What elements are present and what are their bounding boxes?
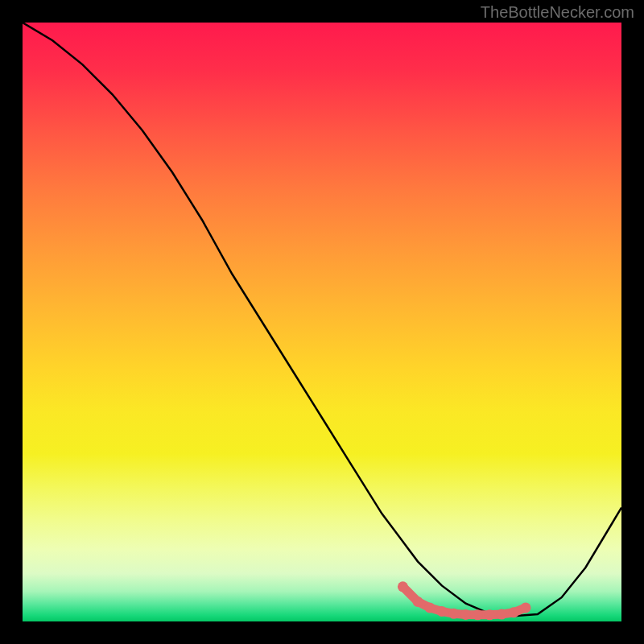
svg-point-10 <box>521 602 531 613</box>
svg-point-4 <box>448 609 459 619</box>
svg-point-9 <box>509 607 519 617</box>
highlight-curve-line <box>398 581 531 620</box>
svg-point-8 <box>497 609 507 620</box>
svg-point-5 <box>460 609 471 620</box>
chart-plot-area <box>23 23 621 621</box>
chart-svg <box>23 23 621 621</box>
svg-point-7 <box>485 609 495 620</box>
svg-point-1 <box>413 597 423 607</box>
watermark-text: TheBottleNecker.com <box>481 3 634 22</box>
svg-point-6 <box>473 609 483 620</box>
svg-point-2 <box>424 602 435 613</box>
main-curve-line <box>23 23 621 616</box>
svg-point-3 <box>436 606 447 617</box>
svg-point-0 <box>398 581 408 592</box>
